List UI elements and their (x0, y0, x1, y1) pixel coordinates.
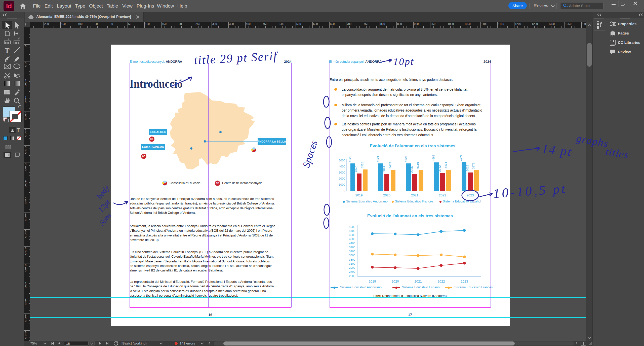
svg-text:T: T (5, 47, 10, 54)
